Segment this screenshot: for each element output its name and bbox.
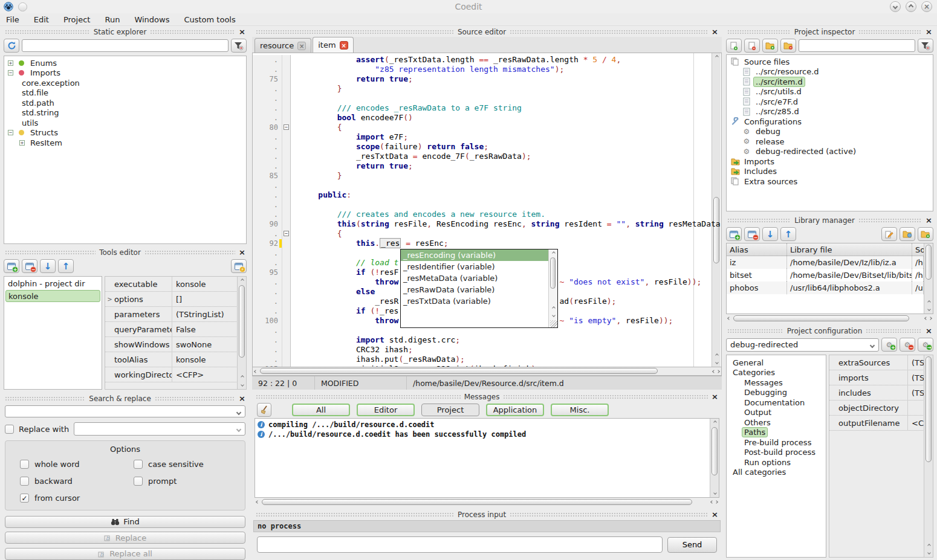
project-item-debug[interactable]: ⚙debug xyxy=(727,127,933,137)
project-item-release[interactable]: ⚙release xyxy=(727,137,933,147)
code-line[interactable]: . public: xyxy=(253,190,712,200)
fold-margin[interactable] xyxy=(282,84,291,94)
scrollbar[interactable] xyxy=(710,419,719,497)
fold-margin[interactable] xyxy=(282,190,291,200)
category-item-pre-build-process[interactable]: Pre-build process xyxy=(727,437,826,448)
code-editor[interactable]: . assert(_resTxtData.length == _resRawDa… xyxy=(252,53,722,367)
fold-margin[interactable] xyxy=(282,258,291,268)
search-term-combo[interactable] xyxy=(5,405,245,417)
code-line[interactable]: . xyxy=(253,94,712,103)
fold-margin[interactable] xyxy=(282,326,291,335)
close-icon[interactable]: × xyxy=(926,327,932,335)
close-icon[interactable]: × xyxy=(239,395,245,402)
add-folder-libraries-button[interactable] xyxy=(918,227,933,241)
close-icon[interactable]: × xyxy=(712,511,718,518)
symbol-item-std-file[interactable]: std.file xyxy=(4,88,246,98)
project-item-extra-sources[interactable]: Extra sources xyxy=(727,176,933,187)
fold-collapse-icon[interactable]: − xyxy=(284,124,289,130)
property-value[interactable]: konsole xyxy=(172,280,246,289)
fold-margin[interactable] xyxy=(282,55,291,65)
expand-icon[interactable]: − xyxy=(8,70,13,76)
add-tool-button[interactable]: + xyxy=(4,259,19,273)
symbol-item-utils[interactable]: utils xyxy=(4,118,246,128)
add-configuration-button[interactable]: ⚙+ xyxy=(881,338,897,352)
menu-item-edit[interactable]: Edit xyxy=(34,15,49,24)
close-icon[interactable]: × xyxy=(926,217,932,224)
code-line[interactable]: . /// creates and encodes a new resource… xyxy=(253,210,712,219)
column-header-alias[interactable]: Alias xyxy=(727,243,787,256)
code-line[interactable]: . xyxy=(253,181,712,190)
checkbox-whole-word[interactable] xyxy=(20,460,29,469)
project-item--src-utils-d[interactable]: ../src/utils.d xyxy=(727,87,933,97)
filter-clear-button[interactable] xyxy=(918,39,933,53)
tab-close-icon[interactable]: × xyxy=(297,42,306,50)
project-item--src-z85-d[interactable]: ../src/z85.d xyxy=(727,107,933,117)
code-line[interactable]: . "z85 representation length mismatches"… xyxy=(253,65,712,74)
completion-item[interactable]: _resRawData (variable) xyxy=(401,284,548,295)
messages-hscrollbar[interactable] xyxy=(255,498,719,506)
property-row[interactable]: imports(TStringList) xyxy=(829,370,933,385)
fold-margin[interactable] xyxy=(282,297,291,306)
table-row[interactable]: phobos/usr/lib64/libphobos2.a/us xyxy=(727,282,924,294)
fold-margin[interactable] xyxy=(282,161,291,171)
replace-term-combo[interactable] xyxy=(74,422,245,436)
code-line[interactable]: . return true; xyxy=(253,161,712,171)
editor-hscrollbar[interactable] xyxy=(252,367,722,376)
property-row[interactable]: includes(TStringList) xyxy=(829,385,933,401)
fold-margin[interactable] xyxy=(282,306,291,316)
code-line[interactable]: . _resTxtData = encode_7F(_resRawData); xyxy=(253,152,712,161)
category-item-categories[interactable]: Categories xyxy=(727,368,826,378)
tab-close-icon[interactable]: × xyxy=(340,41,348,50)
filter-button-project[interactable]: Project xyxy=(421,404,479,416)
code-line[interactable]: .− { xyxy=(253,229,712,239)
process-input-field[interactable] xyxy=(257,536,663,553)
replace-with-checkbox[interactable] xyxy=(5,425,14,434)
filter-clear-button[interactable] xyxy=(231,39,247,53)
add-source-button[interactable] xyxy=(726,39,742,53)
remove-tool-button[interactable]: − xyxy=(22,259,37,273)
category-item-documentation[interactable]: Documentation xyxy=(727,397,826,408)
library-from-project-button[interactable] xyxy=(900,227,915,241)
fold-margin[interactable] xyxy=(282,248,291,258)
symbol-item-structs[interactable]: −Structs xyxy=(4,128,246,138)
fold-margin[interactable] xyxy=(282,74,291,84)
close-icon[interactable]: × xyxy=(712,393,718,401)
category-item-paths[interactable]: Paths xyxy=(727,428,826,438)
property-row[interactable]: outputFilename<CPP> xyxy=(829,416,933,431)
property-value[interactable]: konsole xyxy=(172,355,246,364)
property-row[interactable]: executablekonsole xyxy=(105,277,246,292)
fold-margin[interactable] xyxy=(282,152,291,161)
code-line[interactable]: . import e7F; xyxy=(253,132,712,142)
code-line[interactable]: . scope(failure) return false; xyxy=(253,142,712,152)
project-item-debug-redirected-active-[interactable]: ⚙debug-redirected (active) xyxy=(727,147,933,157)
fold-margin[interactable] xyxy=(282,277,291,287)
project-item-configurations[interactable]: Configurations xyxy=(727,117,933,127)
expand-icon[interactable]: + xyxy=(19,140,25,146)
project-item--src-item-d[interactable]: ../src/item.d xyxy=(727,77,933,87)
code-line[interactable]: 105 _initialSum = crc322uint(ihash.finis… xyxy=(253,364,712,367)
minimize-button[interactable] xyxy=(890,1,901,12)
fold-margin[interactable] xyxy=(282,219,291,229)
scrollbar[interactable] xyxy=(924,243,933,314)
tool-list-item[interactable]: konsole xyxy=(5,290,100,302)
category-item-debugging[interactable]: Debugging xyxy=(727,388,826,398)
category-item-output[interactable]: Output xyxy=(727,408,826,418)
property-value[interactable]: <CFP> xyxy=(172,370,246,379)
close-button[interactable]: × xyxy=(921,1,932,12)
menu-item-custom-tools[interactable]: Custom tools xyxy=(184,15,235,24)
code-line[interactable]: . CRC32 ihash; xyxy=(253,345,712,355)
code-line[interactable]: 90 this(string resFile, ResEncoding resE… xyxy=(253,219,712,229)
project-item--src-resource-d[interactable]: ../src/resource.d xyxy=(727,67,933,77)
add-library-button[interactable]: + xyxy=(726,227,742,241)
fold-margin[interactable] xyxy=(282,268,291,277)
message-line[interactable]: icompiling /.../build/resource.d.coedit xyxy=(255,420,719,430)
messages-list[interactable]: icompiling /.../build/resource.d.coediti… xyxy=(255,418,719,498)
code-line[interactable]: . } xyxy=(253,84,712,94)
category-item-general[interactable]: General xyxy=(727,358,826,368)
filter-button-editor[interactable]: Editor xyxy=(357,404,415,416)
send-button[interactable]: Send xyxy=(667,537,717,553)
replace-all-button[interactable]: b Replace all xyxy=(5,548,245,560)
fold-margin[interactable] xyxy=(282,345,291,355)
tab-item[interactable]: item× xyxy=(313,37,353,53)
fold-margin[interactable] xyxy=(282,335,291,345)
